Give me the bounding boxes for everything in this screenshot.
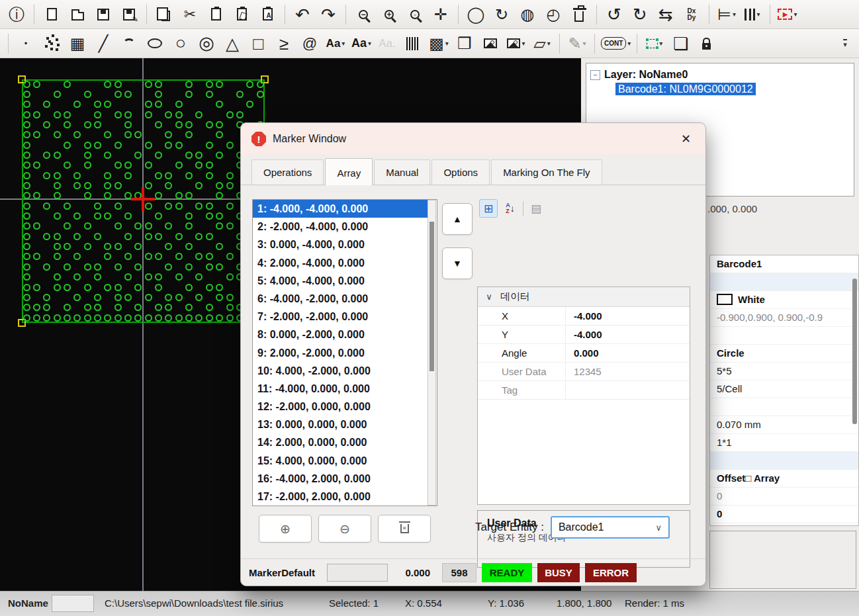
array-point-item[interactable]: 1: -4.000, -4.000, 0.000 [253,200,428,218]
entity-properties-panel[interactable]: Barcode1White-0.900,0.900, 0.900,-0.9Cir… [709,255,859,526]
dropdown-caret-icon[interactable]: ▾ [547,40,551,47]
node-edit-icon[interactable]: ▾ [643,32,666,55]
image-icon[interactable] [479,32,502,55]
spiral-tool-icon[interactable]: @ [298,32,321,55]
property-value[interactable]: -4.000 [565,307,690,325]
dropdown-caret-icon[interactable]: ▾ [627,40,631,47]
donut-tool-icon[interactable]: ◎ [195,32,218,55]
save-icon[interactable] [92,3,114,26]
dialog-title-bar[interactable]: ! Marker Window ✕ [241,123,705,155]
zoom-out-icon[interactable] [352,3,375,26]
array-point-item[interactable]: 11: -4.000, 0.000, 0.000 [253,380,428,398]
marker-status-field[interactable] [327,564,388,582]
circle-tool-icon[interactable]: ○ [169,32,192,55]
image-options-icon[interactable]: ▾ [505,32,527,55]
sort-az-icon[interactable]: AZ ↓ [502,200,519,217]
property-category-row[interactable]: ∨ 데이터 [478,287,690,307]
point-tool-icon[interactable]: • [15,32,37,55]
tab-operations[interactable]: Operations [251,159,324,185]
hatch-icon[interactable]: ◍ [516,3,539,26]
list-scrollbar-thumb[interactable] [430,222,434,371]
random-dots-icon[interactable] [40,32,63,55]
ellipse-tool-icon[interactable] [144,32,166,55]
toolbar-overflow-icon[interactable] [834,32,856,55]
move-down-button[interactable]: ▼ [442,247,473,279]
cut-icon[interactable]: ✂ [179,3,201,26]
fill-grid-icon[interactable]: ▦ [66,32,89,55]
array-point-item[interactable]: 16: -4.000, 2.000, 0.000 [253,470,428,488]
zoom-in-icon[interactable] [378,3,400,26]
barcode-1d-icon[interactable] [402,32,424,55]
properties-scrollbar[interactable] [852,279,857,424]
dropdown-caret-icon[interactable]: ▾ [659,40,662,47]
array-point-item[interactable]: 4: 2.000, -4.000, 0.000 [253,254,428,272]
barcode-2d-icon[interactable]: ▩▾ [428,32,450,55]
tab-marking-on-the-fly[interactable]: Marking On The Fly [491,159,602,185]
dropdown-caret-icon[interactable]: ▾ [793,11,797,18]
tree-collapse-icon[interactable]: − [590,70,600,80]
dropdown-caret-icon[interactable]: ▾ [583,40,586,47]
pan-icon[interactable]: ✛ [430,3,452,26]
tree-item-barcode1[interactable]: Barcode1: NL0M9G0000012 [615,83,850,95]
target-entity-combobox[interactable]: Barcode1 ∨ [551,516,670,539]
array-point-item[interactable]: 5: 4.000, -4.000, 0.000 [253,272,428,290]
open-file-icon[interactable] [66,3,89,26]
dropdown-caret-icon[interactable]: ▾ [756,11,760,18]
dropdown-caret-icon[interactable]: ▾ [341,40,345,47]
clear-all-button[interactable]: ✕ [378,515,431,543]
tab-options[interactable]: Options [431,159,490,185]
property-value[interactable]: -4.000 [565,326,690,343]
array-point-item[interactable]: 8: 0.000, -2.000, 0.000 [253,326,428,343]
array-point-item[interactable]: 6: -4.000, -2.000, 0.000 [253,290,428,308]
array-point-item[interactable]: 12: -2.000, 0.000, 0.000 [253,398,428,416]
redo-icon[interactable]: ↷ [317,3,339,26]
info-icon[interactable]: ⓘ [5,3,28,26]
tab-array[interactable]: Array [325,158,373,185]
array-point-item[interactable]: 7: -2.000, -2.000, 0.000 [253,308,428,326]
line-tool-icon[interactable]: ╱ [92,32,114,55]
rectangle-tool-icon[interactable]: □ [247,32,269,55]
dxdy-icon[interactable]: Dx Dy [680,3,703,26]
array-point-item[interactable]: 10: 4.000, -2.000, 0.000 [253,362,428,380]
close-icon[interactable]: ✕ [677,130,695,148]
text-bold-tool-icon[interactable]: Aa▾ [350,32,373,55]
cont-mode-icon[interactable]: CONT▾ [601,32,631,55]
lock-icon[interactable] [695,32,717,55]
rotate-cw-icon[interactable]: ↻ [629,3,651,26]
rotate-ccw-icon[interactable]: ↺ [603,3,625,26]
property-grid[interactable]: ∨ 데이터 X-4.000Y-4.000Angle0.000User Data1… [477,286,690,505]
polyline-tool-icon[interactable]: ≥ [273,32,295,55]
ellipse-select-icon[interactable]: ◯ [465,3,487,26]
chevron-down-icon[interactable]: ∨ [478,292,500,302]
layer-tree-node[interactable]: − Layer: NoName0 [590,69,850,81]
delete-icon[interactable] [568,3,590,26]
remove-point-button[interactable]: ⊖ [318,515,371,543]
mark-region-icon[interactable]: ▾ [776,3,799,26]
array-point-item[interactable]: 3: 0.000, -4.000, 0.000 [253,236,428,253]
dropdown-caret-icon[interactable]: ▾ [368,40,371,47]
property-value[interactable]: 12345 [565,363,690,380]
triangle-tool-icon[interactable]: △ [221,32,244,55]
align-icon[interactable]: ⊨▾ [715,3,738,26]
property-value[interactable]: 0.000 [565,344,690,362]
list-scrollbar[interactable] [428,200,436,506]
tab-manual[interactable]: Manual [374,159,430,185]
arc-tool-icon[interactable] [118,32,140,55]
dropdown-caret-icon[interactable]: ▾ [733,11,736,18]
paste-text-icon[interactable] [256,3,279,26]
array-point-item[interactable]: 13: 0.000, 0.000, 0.000 [253,416,428,433]
quadrant-icon[interactable]: ◴ [542,3,565,26]
layers-icon[interactable]: ❏ [669,32,692,55]
new-file-icon[interactable] [40,3,63,26]
array-point-item[interactable]: 9: 2.000, -2.000, 0.000 [253,344,428,362]
dropdown-caret-icon[interactable]: ▾ [445,40,449,47]
copy-icon[interactable] [153,3,175,26]
dropdown-caret-icon[interactable]: ▾ [521,40,525,47]
text-tool-icon[interactable]: Aa▾ [324,32,347,55]
zoom-window-icon[interactable] [404,3,426,26]
array-point-item[interactable]: 2: -2.000, -4.000, 0.000 [253,218,428,236]
box-3d-icon[interactable]: ❒ [453,32,476,55]
array-point-item[interactable]: 17: -2.000, 2.000, 0.000 [253,488,428,506]
wedge-icon[interactable]: ▱▾ [531,32,553,55]
array-point-item[interactable]: 14: 2.000, 0.000, 0.000 [253,433,428,451]
